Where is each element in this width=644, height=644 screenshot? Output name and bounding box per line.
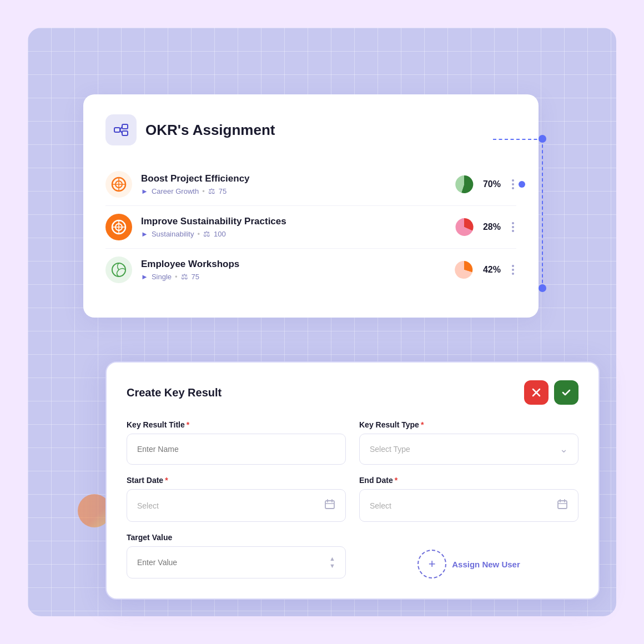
card-title: OKR's Assignment xyxy=(145,122,275,139)
start-date-input[interactable]: Select xyxy=(127,489,346,522)
confirm-icon xyxy=(561,388,571,398)
chevron-down-icon: ⌄ xyxy=(560,443,568,455)
pie-chart-1 xyxy=(454,174,474,194)
cancel-button[interactable] xyxy=(524,380,549,405)
okr-icon xyxy=(112,121,130,139)
modal-header: Create Key Result xyxy=(127,380,578,405)
okr-item-3: Employee Workshops ► Single • ⚖ 75 xyxy=(105,249,516,291)
okr-category-1: Career Growth xyxy=(152,187,199,195)
okr-name-3: Employee Workshops xyxy=(141,259,239,270)
cancel-icon xyxy=(531,388,541,398)
stepper-down[interactable]: ▼ xyxy=(329,563,335,569)
pie-chart-2 xyxy=(454,217,474,237)
okr-weight-2: 100 xyxy=(214,230,226,238)
connector-dot-bottom xyxy=(539,284,546,292)
target-value-input[interactable]: ▲ ▼ xyxy=(127,546,346,578)
plus-icon: + xyxy=(429,557,436,571)
end-date-label: End Date* xyxy=(359,476,578,485)
okr-item: Boost Project Efficiency ► Career Growth… xyxy=(105,163,516,206)
okr-list: Boost Project Efficiency ► Career Growth… xyxy=(105,163,516,291)
okr-right-1: 70% xyxy=(454,174,516,194)
outer-background: OKR's Assignment Boost Project Eff xyxy=(28,28,616,616)
okr-name-1: Boost Project Efficiency xyxy=(141,173,250,184)
modal-actions xyxy=(524,380,578,405)
target-value-field[interactable] xyxy=(137,558,329,567)
svg-rect-23 xyxy=(558,501,567,509)
okr-meta-3: ► Single • ⚖ 75 xyxy=(141,272,239,281)
okr-text-3: Employee Workshops ► Single • ⚖ 75 xyxy=(141,259,239,281)
stepper-up[interactable]: ▲ xyxy=(329,556,335,562)
calendar-icon-end xyxy=(557,499,568,512)
okr-right-3: 42% xyxy=(454,260,516,280)
key-result-title-group: Key Result Title* xyxy=(127,420,346,465)
okr-menu-1[interactable] xyxy=(510,177,516,192)
svg-rect-2 xyxy=(122,131,128,135)
okr-item-left-3: Employee Workshops ► Single • ⚖ 75 xyxy=(105,256,239,283)
stepper-arrows[interactable]: ▲ ▼ xyxy=(329,556,335,569)
svg-rect-19 xyxy=(325,501,334,509)
header-icon-container xyxy=(105,114,137,145)
okr-category-2: Sustainability xyxy=(152,230,194,238)
connector-dot-left-1 xyxy=(519,181,525,188)
svg-rect-0 xyxy=(114,128,120,132)
scale-icon-1: ⚖ xyxy=(208,187,215,195)
okr-weight-1: 75 xyxy=(219,187,227,195)
okr-percent-1: 70% xyxy=(483,179,501,189)
okr-assignment-card: OKR's Assignment Boost Project Eff xyxy=(83,94,539,318)
key-result-type-select[interactable]: Select Type ⌄ xyxy=(359,434,578,465)
okr-icon-3 xyxy=(105,256,132,283)
end-date-group: End Date* Select xyxy=(359,476,578,522)
form-grid: Key Result Title* Key Result Type* Selec… xyxy=(127,420,578,578)
vertical-dashed-line xyxy=(542,139,543,289)
assign-label: Assign New User xyxy=(452,560,520,569)
key-result-title-label: Key Result Title* xyxy=(127,420,346,429)
okr-icon-1 xyxy=(105,171,132,198)
key-result-title-field[interactable] xyxy=(137,445,335,454)
key-result-type-placeholder: Select Type xyxy=(370,445,410,454)
end-date-placeholder: Select xyxy=(370,501,391,510)
okr-text-2: Improve Sustainability Practices ► Susta… xyxy=(141,216,286,238)
confirm-button[interactable] xyxy=(554,380,578,405)
scale-icon-2: ⚖ xyxy=(203,229,210,238)
assign-circle: + xyxy=(417,550,446,578)
okr-item-2: Improve Sustainability Practices ► Susta… xyxy=(105,206,516,249)
assign-new-user-button[interactable]: + Assign New User xyxy=(359,550,578,578)
start-date-placeholder: Select xyxy=(137,501,159,510)
svg-rect-1 xyxy=(122,124,128,129)
okr-name-2: Improve Sustainability Practices xyxy=(141,216,286,227)
horizontal-dashed-line xyxy=(493,139,543,140)
okr-item-left: Boost Project Efficiency ► Career Growth… xyxy=(105,171,250,198)
okr-category-3: Single xyxy=(152,273,172,281)
okr-menu-3[interactable] xyxy=(510,263,516,277)
okr-percent-2: 28% xyxy=(483,222,501,232)
card-header: OKR's Assignment xyxy=(105,114,516,145)
okr-right-2: 28% xyxy=(454,217,516,237)
scale-icon-3: ⚖ xyxy=(181,272,188,281)
okr-meta-1: ► Career Growth • ⚖ 75 xyxy=(141,187,250,195)
okr-icon-2 xyxy=(105,214,132,240)
key-result-title-input[interactable] xyxy=(127,434,346,465)
okr-text-1: Boost Project Efficiency ► Career Growth… xyxy=(141,173,250,195)
calendar-icon-start xyxy=(324,499,335,512)
pie-chart-3 xyxy=(454,260,474,280)
assign-new-user-group: + Assign New User xyxy=(359,533,578,578)
okr-menu-2[interactable] xyxy=(510,220,516,234)
start-date-group: Start Date* Select xyxy=(127,476,346,522)
target-value-group: Target Value ▲ ▼ xyxy=(127,533,346,578)
key-result-type-group: Key Result Type* Select Type ⌄ xyxy=(359,420,578,465)
create-key-result-modal: Create Key Result Key xyxy=(105,361,600,600)
key-result-type-label: Key Result Type* xyxy=(359,420,578,429)
okr-weight-3: 75 xyxy=(192,273,199,281)
connector-dot-top xyxy=(539,135,546,143)
start-date-label: Start Date* xyxy=(127,476,346,485)
end-date-input[interactable]: Select xyxy=(359,489,578,522)
okr-item-left-2: Improve Sustainability Practices ► Susta… xyxy=(105,214,286,240)
okr-percent-3: 42% xyxy=(483,265,501,275)
modal-title: Create Key Result xyxy=(127,386,222,399)
target-value-label: Target Value xyxy=(127,533,346,542)
okr-meta-2: ► Sustainability • ⚖ 100 xyxy=(141,229,286,238)
